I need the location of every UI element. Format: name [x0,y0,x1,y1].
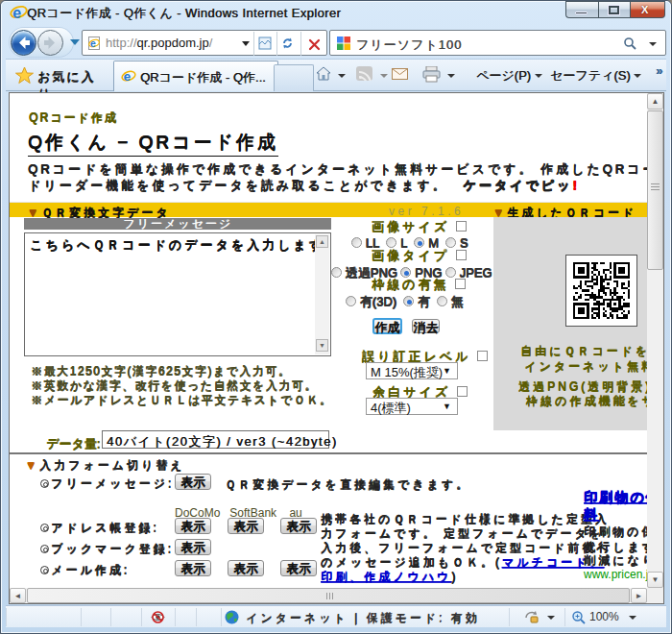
svg-text:e: e [12,5,21,21]
svg-text:e: e [124,69,131,84]
svg-text:e: e [90,37,96,49]
